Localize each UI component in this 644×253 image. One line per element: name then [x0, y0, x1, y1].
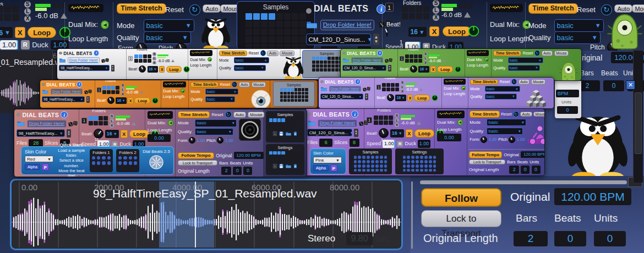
power-button[interactable] [468, 25, 479, 37]
units-field[interactable]: 0 [532, 166, 541, 174]
skin-color-dropdown[interactable]: Red▼ [25, 156, 53, 162]
beat-count-select[interactable]: 16▼ [418, 66, 429, 73]
mode-dropdown[interactable]: basic▼ [487, 119, 526, 126]
mode-dropdown[interactable]: basic▼ [485, 86, 520, 92]
beat-knob[interactable] [386, 28, 388, 37]
settings-grid[interactable] [403, 156, 436, 172]
loop-button[interactable]: Loop [443, 26, 471, 36]
lock-to-transport-button[interactable]: Lock to Transport [421, 210, 501, 227]
r-button[interactable]: R [21, 40, 30, 49]
slx-buttons[interactable]: SLX [110, 114, 113, 127]
dual-mix-toggle[interactable]: ◂ [208, 57, 212, 62]
loop-button[interactable]: Loop [414, 129, 435, 138]
units-field[interactable]: 0 [243, 167, 252, 175]
quality-dropdown[interactable]: basic▼ [485, 94, 517, 100]
mouse-button[interactable]: Mouse [531, 79, 546, 85]
folders1-grid[interactable] [92, 156, 111, 165]
follow-tempo-button[interactable]: Follow Tempo [469, 151, 502, 158]
folders2-grid[interactable] [118, 156, 137, 165]
x-button[interactable]: X [429, 26, 439, 36]
time-stretch-button[interactable]: Time Stretch [528, 3, 578, 14]
time-stretch-button[interactable]: Time Stretch [178, 111, 210, 118]
sample-dropdown[interactable]: CM_120_D_Sinus...▼ [342, 65, 386, 71]
drop-folder-link[interactable]: Drop Folder Here! [320, 20, 374, 30]
duck-field[interactable]: 1.00 [418, 140, 430, 148]
beat-count-select[interactable]: 16▼ [148, 66, 158, 73]
stepper[interactable]: ▲▼ [354, 129, 358, 138]
beats-field[interactable]: 0 [603, 80, 624, 91]
info-icon[interactable]: i [355, 79, 361, 84]
info-icon[interactable]: i [77, 81, 82, 87]
drop-folder-link[interactable]: Drop Folder Here! [351, 57, 384, 64]
beat-count-select[interactable]: 16▼ [408, 27, 427, 37]
bars-field[interactable]: 2 [514, 231, 548, 246]
auto-button[interactable]: Auto [233, 112, 246, 118]
mouse-button[interactable]: Mouse [248, 112, 265, 118]
folders-grid[interactable] [89, 116, 108, 125]
skin-color-dropdown[interactable]: Pink▼ [313, 157, 342, 163]
speed-field[interactable]: 1.00 [0, 40, 18, 50]
auto-button[interactable]: Auto [520, 112, 532, 117]
time-stretch-button[interactable]: Time Stretch [219, 51, 247, 56]
alpha-button[interactable]: Alpha [313, 165, 329, 171]
time-stretch-button[interactable]: Time Stretch [470, 79, 498, 85]
mode-dropdown[interactable]: basic▼ [205, 89, 238, 95]
mode-dropdown[interactable]: basic▼ [195, 119, 237, 127]
mode-dropdown[interactable]: basic▼ [234, 57, 269, 63]
follow-tempo-button[interactable]: Follow Tempo [421, 188, 501, 207]
loop-button[interactable]: Loop [28, 27, 56, 38]
mouse-button[interactable]: Mouse [533, 112, 545, 117]
save-icon[interactable] [279, 164, 283, 168]
beat-knob[interactable] [410, 65, 417, 73]
loop-button[interactable]: Loop [437, 66, 453, 73]
folders-grid[interactable] [402, 6, 429, 19]
info-icon[interactable]: i [94, 50, 99, 56]
beat-count-select[interactable]: 16▼ [0, 27, 13, 38]
quality-dropdown[interactable]: basic▼ [508, 65, 540, 71]
follow-tempo-button[interactable]: Follow Tempo [178, 152, 214, 160]
units-field[interactable]: 0 [557, 106, 578, 114]
sample-dropdown[interactable]: 98_HalftTimeEasy...▼ [42, 96, 85, 102]
units-field[interactable]: 0 [594, 231, 626, 246]
dual-mix-toggle[interactable]: ◂ [101, 20, 110, 29]
samples-grid[interactable] [354, 156, 388, 172]
time-stretch-button[interactable]: Time Stretch [470, 111, 500, 118]
dice-icon[interactable] [385, 58, 392, 63]
loop-length-field[interactable]: 0.00 [148, 134, 171, 142]
horizontal-scrollbar[interactable] [420, 180, 627, 184]
dice-icon[interactable] [68, 120, 78, 127]
quality-dropdown[interactable]: basic▼ [144, 31, 191, 44]
beats-field[interactable]: 0 [233, 167, 242, 175]
slx-buttons[interactable]: SLX [395, 113, 399, 127]
reset-icon[interactable]: ↻ [511, 79, 517, 85]
bars-field[interactable]: 2 [509, 166, 519, 174]
close-icon[interactable]: ✕ [626, 80, 635, 90]
folders-grid[interactable] [405, 54, 422, 63]
x-button[interactable]: X [128, 97, 133, 104]
reset-icon[interactable]: ↻ [232, 81, 238, 87]
power-button[interactable] [432, 95, 438, 101]
folders-grid[interactable] [0, 6, 19, 21]
loop-button[interactable]: Loop [414, 95, 430, 101]
drop-folder-link[interactable]: Drop Folder Here! [51, 89, 83, 95]
quality-dropdown[interactable]: basic▼ [487, 128, 523, 135]
beat-knob[interactable] [379, 128, 389, 138]
samples-grid[interactable] [245, 13, 306, 51]
reset-icon[interactable]: ↻ [534, 50, 541, 56]
dual-mix-toggle[interactable]: ◂ [457, 119, 463, 125]
stepper[interactable]: ▲▼ [373, 34, 379, 45]
info-icon[interactable]: i [376, 4, 386, 14]
dual-mix-toggle[interactable]: ◂ [484, 57, 489, 62]
loop-button[interactable]: Loop [134, 97, 150, 104]
x-button[interactable]: X [406, 129, 413, 138]
stepper[interactable]: ▲▼ [67, 129, 71, 138]
pitch-knob[interactable] [509, 136, 515, 143]
folders-grid[interactable] [134, 54, 151, 63]
r-button[interactable]: R [397, 141, 403, 147]
beat-count-select[interactable]: 16▼ [395, 95, 406, 101]
folders-grid[interactable] [102, 86, 119, 94]
dual-mix-toggle[interactable]: ◂ [168, 120, 174, 126]
slx-buttons[interactable]: SLX [152, 52, 156, 64]
dice-icon[interactable] [363, 86, 370, 92]
beats-field[interactable]: 0 [521, 166, 530, 174]
